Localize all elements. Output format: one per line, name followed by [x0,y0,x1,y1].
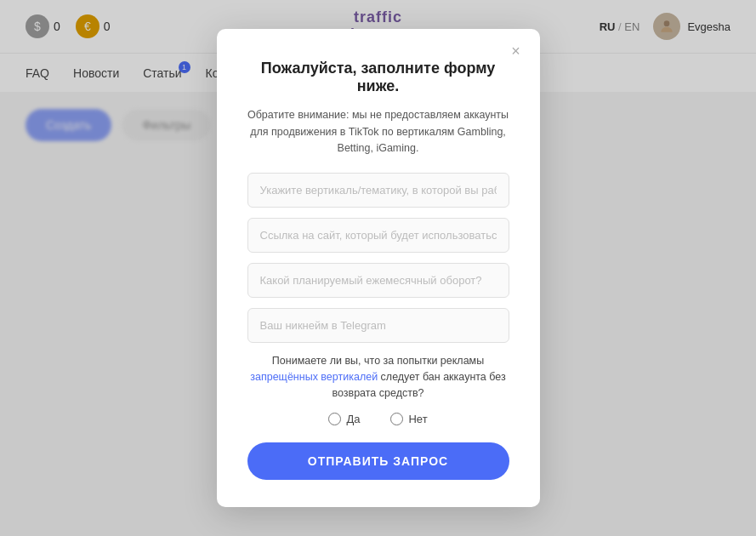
radio-yes-text: Да [346,413,360,425]
modal-dialog: × Пожалуйста, заполните форму ниже. Обра… [217,29,540,506]
forbidden-link[interactable]: запрещённых вертикалей [250,371,378,383]
radio-yes-label[interactable]: Да [328,413,360,425]
question-text1: Понимаете ли вы, что за попытки рекламы [272,355,484,367]
telegram-field[interactable] [247,308,509,343]
site-link-field[interactable] [247,218,509,253]
modal-question: Понимаете ли вы, что за попытки рекламы … [247,353,509,402]
submit-button[interactable]: ОТПРАВИТЬ ЗАПРОС [247,442,509,480]
radio-no-text: Нет [408,413,427,425]
close-button[interactable]: × [506,41,526,61]
ban-awareness-radio: Да Нет [247,413,509,425]
radio-yes[interactable] [328,413,341,425]
radio-no-label[interactable]: Нет [390,413,427,425]
vertical-field[interactable] [247,173,509,208]
monthly-budget-field[interactable] [247,263,509,298]
modal-overlay: × Пожалуйста, заполните форму ниже. Обра… [0,0,756,536]
radio-no[interactable] [390,413,403,425]
modal-title: Пожалуйста, заполните форму ниже. [247,60,509,95]
modal-warning: Обратите внимание: мы не предоставляем а… [247,107,509,157]
